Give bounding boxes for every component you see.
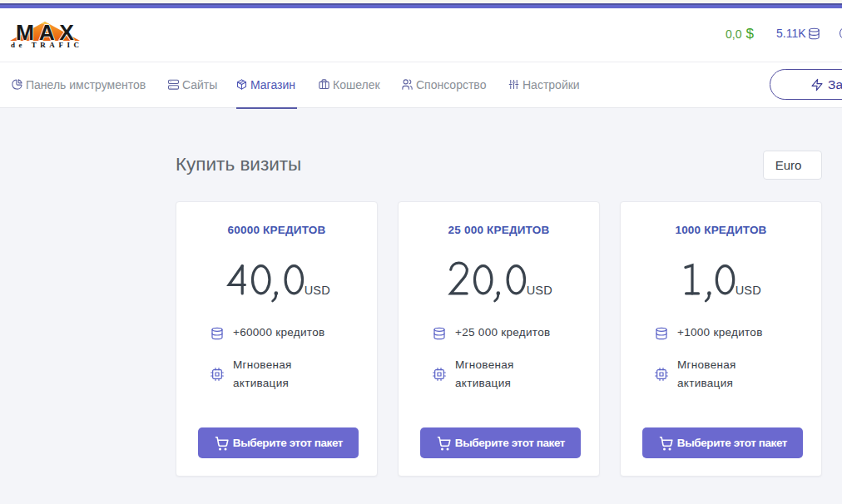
svg-text:de TRAFIC: de TRAFIC: [11, 41, 79, 49]
